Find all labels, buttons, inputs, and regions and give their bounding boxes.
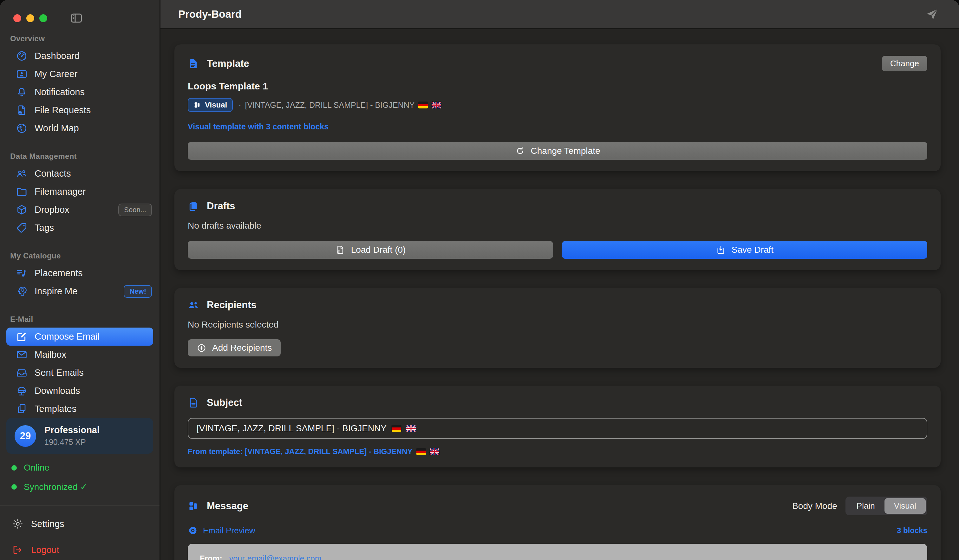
sidebar-item-world-map[interactable]: World Map bbox=[0, 119, 159, 137]
globe-icon bbox=[16, 123, 27, 134]
tag-icon bbox=[16, 222, 27, 234]
sidebar-item-contacts[interactable]: Contacts bbox=[0, 165, 159, 183]
sidebar-item-mailbox[interactable]: Mailbox bbox=[0, 346, 159, 364]
from-email-link[interactable]: your-email@example.com bbox=[229, 554, 322, 560]
subject-value: [VINTAGE, JAZZ, DRILL SAMPLE] - BIGJENNY bbox=[197, 423, 387, 433]
subject-input[interactable]: [VINTAGE, JAZZ, DRILL SAMPLE] - BIGJENNY bbox=[188, 418, 927, 439]
sidebar-item-label: Templates bbox=[35, 404, 76, 414]
template-meta: · [VINTAGE, JAZZ, DRILL SAMPLE] - BIGJEN… bbox=[239, 100, 441, 110]
window-controls bbox=[0, 0, 159, 24]
sidebar-item-label: File Requests bbox=[35, 105, 91, 115]
rank-label: Professional bbox=[45, 425, 100, 435]
zoom-window-button[interactable] bbox=[39, 14, 47, 22]
uk-flag-icon bbox=[432, 102, 441, 108]
app-window: Overview Dashboard My Career Notificatio… bbox=[0, 0, 959, 560]
cube-icon bbox=[16, 204, 27, 216]
close-window-button[interactable] bbox=[13, 14, 21, 22]
change-button[interactable]: Change bbox=[882, 56, 927, 72]
sidebar-item-tags[interactable]: Tags bbox=[0, 219, 159, 237]
plus-circle-icon bbox=[197, 343, 206, 353]
send-icon[interactable] bbox=[925, 7, 939, 22]
music-playlist-icon bbox=[16, 267, 27, 279]
sidebar-item-label: Sent Emails bbox=[35, 368, 84, 378]
change-template-button[interactable]: Change Template bbox=[188, 142, 927, 160]
sidebar-bottom: 29 Professional 190.475 XP Online Synchr… bbox=[0, 418, 159, 560]
sidebar-item-label: World Map bbox=[35, 123, 79, 134]
sidebar-item-templates[interactable]: Templates bbox=[0, 400, 159, 418]
file-plus-icon bbox=[335, 245, 346, 255]
xp-label: 190.475 XP bbox=[45, 438, 100, 447]
message-card-title: Message bbox=[207, 500, 248, 512]
sidebar-item-label: Filemanager bbox=[35, 186, 86, 197]
gauge-icon bbox=[16, 50, 27, 62]
sidebar-nav: Overview Dashboard My Career Notificatio… bbox=[0, 24, 159, 418]
sidebar-item-my-career[interactable]: My Career bbox=[0, 65, 159, 83]
minimize-window-button[interactable] bbox=[26, 14, 34, 22]
online-dot bbox=[11, 465, 17, 471]
settings-label: Settings bbox=[31, 519, 64, 529]
recipients-card-title: Recipients bbox=[207, 299, 256, 311]
envelope-icon bbox=[16, 349, 27, 361]
save-draft-button[interactable]: Save Draft bbox=[562, 241, 927, 259]
blocks-icon bbox=[188, 500, 199, 512]
sidebar-item-label: Compose Email bbox=[35, 331, 100, 342]
sidebar-toggle-icon[interactable] bbox=[69, 11, 83, 25]
sync-status: Synchronized ✓ bbox=[6, 482, 153, 492]
from-template-text: From template: [VINTAGE, JAZZ, DRILL SAM… bbox=[188, 447, 413, 456]
people-icon bbox=[16, 168, 27, 180]
sidebar-item-dropbox[interactable]: Dropbox Soon... bbox=[0, 201, 159, 219]
sidebar-item-dashboard[interactable]: Dashboard bbox=[0, 47, 159, 65]
sidebar-item-file-requests[interactable]: File Requests bbox=[0, 101, 159, 119]
logout-icon bbox=[12, 544, 24, 555]
sidebar-item-filemanager[interactable]: Filemanager bbox=[0, 183, 159, 201]
new-badge: New! bbox=[124, 285, 152, 298]
add-recipients-button[interactable]: Add Recipients bbox=[188, 339, 281, 356]
sidebar-item-label: Downloads bbox=[35, 386, 80, 396]
meta-separator: · bbox=[239, 100, 241, 110]
email-preview-link[interactable]: Email Preview bbox=[188, 525, 255, 536]
subject-doc-icon bbox=[188, 397, 199, 409]
body-mode-toggle: Plain Visual bbox=[846, 496, 927, 515]
germany-flag-icon bbox=[416, 449, 426, 455]
germany-flag-icon bbox=[392, 425, 401, 432]
drafts-card-title: Drafts bbox=[207, 200, 235, 212]
visual-type-badge: Visual bbox=[188, 98, 233, 112]
sidebar-item-inspire-me[interactable]: Inspire Me New! bbox=[0, 282, 159, 300]
drafts-empty-text: No drafts available bbox=[188, 221, 927, 231]
load-draft-button[interactable]: Load Draft (0) bbox=[188, 241, 553, 259]
subject-card-title: Subject bbox=[207, 397, 242, 409]
drafts-icon bbox=[188, 200, 199, 212]
documents-copy-icon bbox=[16, 403, 27, 415]
download-drive-icon bbox=[16, 385, 27, 397]
uk-flag-icon bbox=[430, 449, 439, 455]
body-mode-label: Body Mode bbox=[792, 501, 837, 511]
document-icon bbox=[188, 58, 199, 70]
sidebar-item-placements[interactable]: Placements bbox=[0, 264, 159, 282]
logout-button[interactable]: Logout bbox=[6, 544, 153, 560]
sync-dot bbox=[11, 484, 17, 490]
section-label-overview: Overview bbox=[10, 34, 159, 43]
logout-label: Logout bbox=[31, 545, 59, 555]
recipients-empty-text: No Recipients selected bbox=[188, 320, 927, 330]
load-draft-label: Load Draft (0) bbox=[351, 245, 406, 255]
sidebar-item-notifications[interactable]: Notifications bbox=[0, 83, 159, 101]
mode-plain-button[interactable]: Plain bbox=[847, 498, 884, 514]
sidebar-item-sent-emails[interactable]: Sent Emails bbox=[0, 364, 159, 382]
message-card: Message Body Mode Plain Visual Email Pre… bbox=[174, 485, 941, 560]
sidebar-item-downloads[interactable]: Downloads bbox=[0, 382, 159, 400]
mode-visual-button[interactable]: Visual bbox=[884, 498, 926, 514]
sidebar-divider bbox=[0, 506, 159, 506]
template-name: Loops Template 1 bbox=[188, 81, 927, 92]
save-icon bbox=[716, 245, 726, 255]
level-card: 29 Professional 190.475 XP bbox=[6, 418, 153, 454]
visual-badge-label: Visual bbox=[205, 100, 227, 110]
recipients-icon bbox=[188, 299, 199, 311]
recipients-card: Recipients No Recipients selected Add Re… bbox=[174, 288, 941, 368]
content: Template Change Loops Template 1 Visual … bbox=[161, 29, 959, 560]
settings-button[interactable]: Settings bbox=[6, 518, 153, 530]
drafts-card: Drafts No drafts available Load Draft (0… bbox=[174, 189, 941, 270]
sidebar-item-compose-email[interactable]: Compose Email bbox=[6, 328, 153, 346]
section-label-my-catalogue: My Catalogue bbox=[10, 251, 159, 260]
file-plus-icon bbox=[16, 104, 27, 116]
compose-icon bbox=[16, 331, 27, 342]
